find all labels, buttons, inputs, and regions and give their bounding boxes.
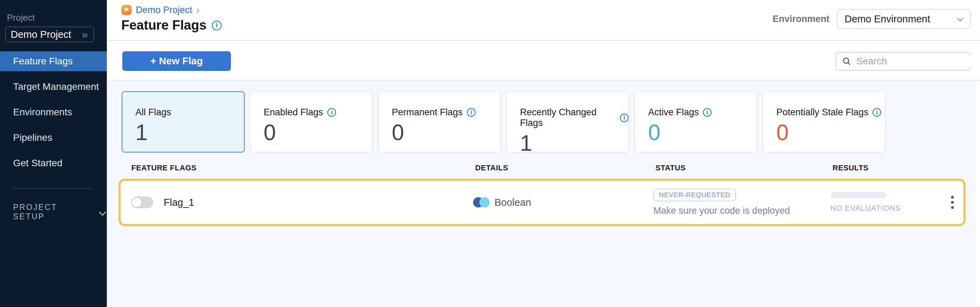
column-header-feature-flags: FEATURE FLAGS [131, 163, 475, 172]
stat-card-active-flags[interactable]: Active Flags i 0 [635, 91, 757, 152]
search-icon [842, 57, 851, 66]
new-flag-button[interactable]: + New Flag [123, 51, 231, 71]
breadcrumb-project-link[interactable]: Demo Project [136, 5, 192, 16]
chevron-down-icon [99, 208, 107, 216]
main-area: ⚑ Demo Project › Feature Flags i Environ… [107, 0, 980, 307]
status-message: Make sure your code is deployed [653, 206, 790, 216]
search-input[interactable] [856, 56, 980, 67]
toggle-thumb [131, 197, 142, 208]
info-icon[interactable]: i [467, 108, 476, 117]
sidebar-item-get-started[interactable]: Get Started [0, 153, 107, 173]
status-badge: NEVER-REQUESTED [653, 188, 736, 201]
info-icon[interactable]: i [620, 114, 628, 122]
expand-sidebar-icon[interactable]: » [82, 29, 88, 40]
flag-type-label: Boolean [495, 197, 531, 208]
stat-card-recently-changed-flags[interactable]: Recently Changed Flags i 1 [506, 91, 629, 152]
stat-card-enabled-flags[interactable]: Enabled Flags i 0 [250, 91, 373, 152]
evaluations-label: NO EVALUATIONS [830, 204, 901, 213]
content-area: All Flags 1 Enabled Flags i 0 Permanent … [107, 81, 980, 226]
row-options-menu-icon[interactable] [949, 194, 956, 211]
page-header: ⚑ Demo Project › Feature Flags i Environ… [107, 0, 980, 41]
sidebar-section-project-setup[interactable]: PROJECT SETUP [0, 203, 107, 221]
stat-value: 1 [520, 131, 628, 155]
table-row[interactable]: Flag_1 Boolean NEVER-REQUESTED Make sure… [119, 179, 966, 226]
feature-flags-logo-icon: ⚑ [121, 5, 132, 15]
environment-select[interactable]: Demo Environment [837, 9, 971, 29]
sidebar-item-feature-flags[interactable]: Feature Flags [0, 51, 107, 71]
project-label: Project [7, 13, 107, 23]
breadcrumb: ⚑ Demo Project › [121, 4, 200, 16]
page-title: Feature Flags [121, 18, 207, 33]
column-header-results: RESULTS [832, 163, 951, 172]
sidebar-item-pipelines[interactable]: Pipelines [0, 128, 107, 148]
column-header-status: STATUS [655, 163, 832, 172]
chevron-right-icon: › [196, 4, 200, 16]
stat-card-permanent-flags[interactable]: Permanent Flags i 0 [378, 91, 501, 152]
sidebar: Project Demo Project » Feature Flags Tar… [0, 0, 107, 307]
toolbar: + New Flag [107, 41, 980, 81]
stat-card-all-flags[interactable]: All Flags 1 [122, 91, 245, 152]
stat-value: 0 [648, 120, 757, 144]
stat-value: 0 [776, 120, 885, 144]
environment-label: Environment [773, 14, 829, 24]
project-selector-value: Demo Project [11, 29, 71, 40]
stat-value: 1 [135, 120, 244, 144]
sidebar-nav: Feature Flags Target Management Environm… [0, 51, 107, 173]
evaluations-bar [830, 192, 886, 198]
column-header-details: DETAILS [475, 163, 655, 172]
sidebar-item-environments[interactable]: Environments [0, 102, 107, 122]
info-icon[interactable]: i [327, 108, 336, 117]
sidebar-divider [13, 188, 93, 189]
info-icon[interactable]: i [872, 108, 881, 117]
stat-card-potentially-stale-flags[interactable]: Potentially Stale Flags i 0 [762, 91, 886, 152]
stat-value: 0 [264, 120, 372, 144]
flag-name[interactable]: Flag_1 [164, 197, 194, 208]
info-icon[interactable]: i [212, 21, 221, 30]
boolean-type-icon [473, 197, 490, 207]
project-selector[interactable]: Demo Project » [5, 27, 94, 42]
environment-select-value: Demo Environment [845, 13, 930, 25]
scrollbar[interactable] [975, 81, 980, 307]
search-box [835, 52, 971, 71]
flag-toggle[interactable] [131, 196, 153, 208]
sidebar-item-target-management[interactable]: Target Management [0, 77, 107, 97]
stats-cards: All Flags 1 Enabled Flags i 0 Permanent … [122, 91, 980, 152]
chevron-down-icon [957, 16, 964, 22]
info-icon[interactable]: i [703, 108, 711, 117]
stat-value: 0 [392, 120, 500, 144]
flags-table: FEATURE FLAGS DETAILS STATUS RESULTS Fla… [119, 163, 966, 226]
table-header: FEATURE FLAGS DETAILS STATUS RESULTS [119, 163, 966, 172]
